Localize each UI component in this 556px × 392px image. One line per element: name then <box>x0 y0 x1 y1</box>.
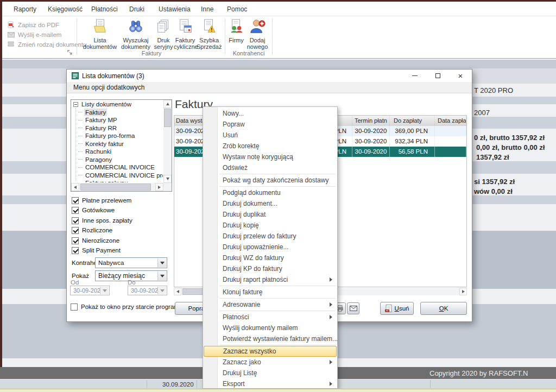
tree-item-rachunki[interactable]: Rachunki <box>72 148 163 156</box>
menu-ustawienia[interactable]: Ustawienia <box>159 5 191 13</box>
menu-druki[interactable]: Druki <box>129 5 144 13</box>
ribbon-button-wyszukaj-dokumenty[interactable]: Wyszukaj dokumenty <box>118 18 153 50</box>
chevron-down-icon[interactable] <box>157 258 166 267</box>
tree-item-faktury[interactable]: Faktury <box>72 109 163 117</box>
scroll-right-button[interactable] <box>459 288 467 295</box>
filter-platne-przelewem[interactable]: Płatne przelewem <box>72 197 131 204</box>
scroll-left-button[interactable] <box>174 288 181 295</box>
ctx-adresowanie[interactable]: Adresowanie <box>203 299 337 310</box>
checkbox-checked-icon[interactable] <box>72 247 79 254</box>
scroll-right-button[interactable] <box>155 183 163 191</box>
ctx-platnosci[interactable]: Płatności <box>203 312 337 323</box>
ctx-klonuj-fakture[interactable]: Klonuj fakturę <box>203 287 337 298</box>
minimize-button[interactable] <box>403 69 426 82</box>
quick-action-change-doc-type[interactable]: Zmień rodzaj dokumentu <box>8 40 87 48</box>
checkbox-checked-icon[interactable] <box>72 227 79 234</box>
col-do-zaplaty[interactable]: Do zapłaty <box>390 116 435 126</box>
menu-pomoc[interactable]: Pomoc <box>227 5 247 13</box>
date-from-select[interactable]: 30-09-2020 <box>70 286 110 295</box>
tree-item-faktury-pro-forma[interactable]: Faktury pro-forma <box>72 132 163 140</box>
menu-ksiegowosc[interactable]: Księgowość <box>48 5 83 13</box>
tree-hscrollbar[interactable] <box>71 183 163 191</box>
ctx-popraw[interactable]: Popraw <box>203 119 337 130</box>
ribbon-button-szybka-sprzedaz[interactable]: Szybka Sprzedaż <box>197 18 222 50</box>
ctx-zrob-korekte[interactable]: Zrób korektę <box>203 141 337 151</box>
options-menu[interactable]: Menu opcji dodatkowych <box>73 84 144 91</box>
checkbox-checked-icon[interactable] <box>72 207 79 214</box>
checkbox-checked-icon[interactable] <box>72 197 79 204</box>
filter-split-payment[interactable]: Split Payment <box>72 246 121 254</box>
tree-item-faktury-rr[interactable]: Faktury RR <box>72 124 163 132</box>
scrollbar-thumb[interactable] <box>80 184 151 191</box>
checkbox-checked-icon[interactable] <box>72 237 79 244</box>
ctx-drukuj-raport-platnosci[interactable]: Drukuj raport płatności <box>203 274 337 285</box>
filter-nierozliczone[interactable]: Nierozliczone <box>72 237 119 244</box>
collapse-icon[interactable] <box>73 102 78 107</box>
scrollbar-thumb[interactable] <box>164 109 171 127</box>
filter-gotowkowe[interactable]: Gotówkowe <box>72 206 115 214</box>
ribbon-button-faktury-cykliczne[interactable]: Faktury cykliczne <box>174 18 197 50</box>
tree-item-faktury-mp[interactable]: Faktury MP <box>72 116 163 124</box>
close-button[interactable]: × <box>449 69 472 82</box>
quick-action-save-pdf[interactable]: Zapisz do PDF <box>8 21 59 29</box>
ok-button[interactable]: OK <box>420 302 467 315</box>
startup-checkbox[interactable]: Pokaż to okno przy starcie programu <box>71 303 182 311</box>
ctx-drukuj-liste[interactable]: Drukuj Listę <box>203 368 337 378</box>
document-types-tree[interactable]: Listy dokumentów Faktury Faktury MP Fakt… <box>71 99 172 192</box>
ctx-wyslij-mailem[interactable]: Wyślij dokument/y mailem <box>203 323 337 333</box>
ctx-drukuj-wz[interactable]: Drukuj WZ do faktury <box>203 252 337 263</box>
ctx-zaznacz-wszystko[interactable]: Zaznacz wszystko <box>204 346 337 357</box>
ctx-odswiez[interactable]: Odśwież <box>203 162 337 173</box>
email-button[interactable] <box>347 302 359 314</box>
menu-separator <box>219 186 336 187</box>
ribbon-button-druk-seryjny[interactable]: Druk seryjny <box>153 18 174 50</box>
scroll-down-button[interactable] <box>163 175 172 183</box>
menu-raporty[interactable]: Raporty <box>14 5 36 13</box>
ctx-pokaz-wg-daty[interactable]: Pokaż wg daty zakończenia dostawy <box>203 175 337 186</box>
statusbar-separator <box>430 380 431 388</box>
ctx-drukuj-dokument[interactable]: Drukuj dokument... <box>203 198 337 209</box>
dialog-launcher-icon[interactable] <box>67 48 73 58</box>
scroll-left-button[interactable] <box>71 183 79 191</box>
checkbox-unchecked-icon[interactable] <box>71 304 78 311</box>
ctx-drukuj-kopie[interactable]: Drukuj kopię <box>203 220 337 231</box>
tree-vscrollbar[interactable] <box>163 100 172 183</box>
ctx-wystaw-note[interactable]: Wystaw notę korygującą <box>203 151 337 162</box>
tree-root[interactable]: Listy dokumentów <box>72 100 163 109</box>
ribbon-button-firmy[interactable]: Firmy <box>227 18 245 43</box>
chevron-down-icon[interactable] <box>157 271 166 280</box>
ctx-drukuj-przelew[interactable]: Drukuj przelew do faktury <box>203 231 337 242</box>
usun-button[interactable]: Usuń <box>380 302 414 315</box>
filter-inne-sposoby-zaplaty[interactable]: Inne spos. zapłaty <box>72 217 132 224</box>
col-data-zaplaty[interactable]: Data zapłaty <box>435 116 466 126</box>
menu-inne[interactable]: Inne <box>201 5 213 13</box>
tree-item-commercial-invoice-pro-forma[interactable]: COMMERCIAL INVOICE pro-for <box>72 172 163 180</box>
checkbox-checked-icon[interactable] <box>72 217 79 224</box>
ribbon-button-dodaj-nowego[interactable]: Dodaj nowego <box>245 18 269 50</box>
tree-item-paragony[interactable]: Paragony <box>72 156 163 164</box>
ctx-drukuj-upowaznienie[interactable]: Drukuj upoważnienie... <box>203 242 337 252</box>
col-termin-platnosci[interactable]: Termin płatn <box>352 116 390 126</box>
filter-rozliczone[interactable]: Rozliczone <box>72 226 112 234</box>
date-to-select[interactable]: 30-09-2020 <box>128 286 167 295</box>
ctx-drukuj-kp[interactable]: Drukuj KP do faktury <box>203 263 337 274</box>
maximize-button[interactable] <box>426 69 449 82</box>
ctx-eksport[interactable]: Eksport <box>203 378 337 389</box>
arrow-right-icon <box>462 290 465 293</box>
dialog-titlebar[interactable]: Lista dokumentów (3) × <box>67 69 472 82</box>
tree-item-commercial-invoice[interactable]: COMMERCIAL INVOICE <box>72 163 163 172</box>
ctx-zaznacz-jako[interactable]: Zaznacz jako <box>203 357 337 368</box>
ctx-potwierdz-mailem[interactable]: Potwierdź wystawienie faktury mailem... <box>203 333 337 344</box>
ctx-podglad-dokumentu[interactable]: Podgląd dokumentu <box>203 187 337 198</box>
tree-item-korekty-faktur[interactable]: Korekty faktur <box>72 140 163 148</box>
kontrahent-select[interactable]: Nabywca <box>95 257 167 268</box>
ctx-usun[interactable]: Usuń <box>203 130 337 141</box>
minimize-icon <box>412 75 418 76</box>
menu-platnosci[interactable]: Płatności <box>91 5 118 13</box>
ctx-drukuj-duplikat[interactable]: Drukuj duplikat <box>203 209 337 220</box>
ribbon-button-lista-dokumentow[interactable]: Lista dokumentów <box>81 18 118 50</box>
ctx-nowy[interactable]: Nowy... <box>203 108 337 119</box>
scroll-up-button[interactable] <box>163 100 172 108</box>
quick-action-send-email[interactable]: Wyślij e-mailem <box>8 30 61 39</box>
tree-item-faktury-zakupu[interactable]: Faktury zakupu <box>72 179 163 182</box>
